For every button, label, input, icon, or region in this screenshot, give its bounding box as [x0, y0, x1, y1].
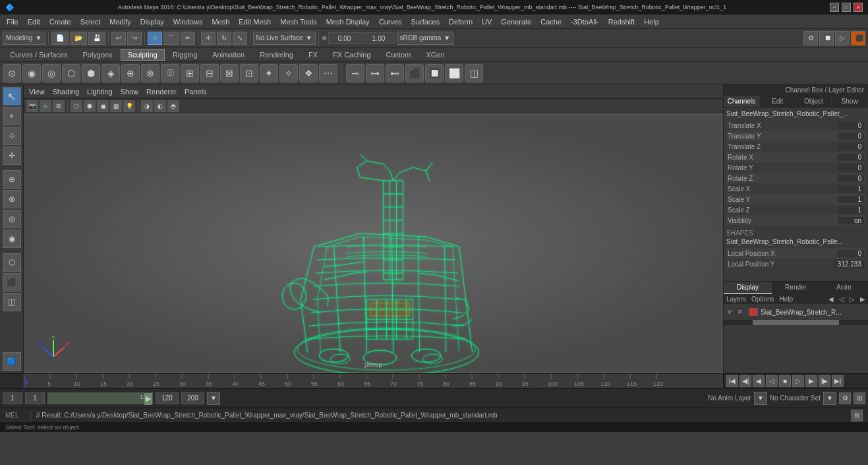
menu-edit-mesh[interactable]: Edit Mesh: [235, 16, 275, 27]
color-mode-dropdown[interactable]: sRGB gamma ▼: [397, 32, 454, 45]
select-tool-button[interactable]: ⊹: [148, 32, 162, 45]
sculpt-tool-12[interactable]: ⊠: [220, 64, 239, 82]
layer-btn-prev[interactable]: ◀: [828, 295, 834, 303]
render-settings-button[interactable]: ⚙: [803, 31, 818, 46]
menu-mesh[interactable]: Mesh: [208, 16, 233, 27]
vp-menu-renderer[interactable]: Renderer: [146, 88, 177, 96]
layer-menu-help[interactable]: Help: [779, 295, 793, 303]
layer-menu-options[interactable]: Options: [751, 295, 774, 303]
ch-sx-value[interactable]: 1: [838, 185, 864, 193]
sculpt-tool-13[interactable]: ⊡: [240, 64, 258, 82]
sculpt-tool-8[interactable]: ⊗: [141, 64, 159, 82]
open-button[interactable]: 📂: [70, 32, 87, 45]
menu-modify[interactable]: Modify: [105, 16, 134, 27]
cb-tab-edit[interactable]: Edit: [760, 96, 796, 107]
new-scene-button[interactable]: 📄: [51, 32, 69, 45]
vp-menu-show[interactable]: Show: [121, 88, 139, 96]
menu-file[interactable]: File: [3, 16, 22, 27]
layer-name-1[interactable]: Siat_BeeWrap_Stretch_R...: [761, 309, 842, 316]
menu-edit[interactable]: Edit: [24, 16, 44, 27]
paint-tool-lt[interactable]: ⌖: [3, 107, 21, 125]
display-lt-2[interactable]: ⬛: [3, 273, 21, 292]
sculpt-tool-15[interactable]: ✧: [279, 64, 298, 82]
live-surface-dropdown[interactable]: No Live Surface ▼: [253, 32, 316, 45]
display-lt-3[interactable]: ◫: [3, 293, 21, 311]
tab-sculpting[interactable]: Sculpting: [121, 49, 165, 61]
close-button[interactable]: ✕: [854, 3, 863, 12]
paint-select-button[interactable]: ✏: [181, 32, 195, 45]
sculpt-tool-16[interactable]: ❖: [299, 64, 318, 82]
coord-x-input[interactable]: 0.00: [328, 32, 361, 44]
frame-range-bar[interactable]: 120 ▶: [47, 392, 153, 404]
ch-sy-value[interactable]: 1: [838, 196, 864, 203]
sculpt-tool-1[interactable]: ⊙: [3, 64, 21, 82]
vt-wire[interactable]: ⬡: [71, 100, 82, 112]
pb-settings-btn[interactable]: ⚙: [839, 392, 851, 404]
select-tool-lt[interactable]: ↖: [3, 87, 21, 106]
pb-play-fwd[interactable]: ▷: [792, 375, 804, 387]
sculpt-tool-17[interactable]: ⋯: [319, 64, 337, 82]
transform-tool-lt[interactable]: ✛: [3, 146, 21, 165]
orient-tool-lt[interactable]: ◎: [3, 210, 21, 228]
ch-tz-value[interactable]: 0: [838, 143, 864, 150]
vt-flat[interactable]: ◼: [97, 100, 109, 112]
tab-xgen[interactable]: XGen: [419, 49, 451, 61]
layer-scrollbar-thumb[interactable]: [753, 320, 839, 325]
current-frame-input[interactable]: [3, 392, 22, 404]
display-lt-1[interactable]: ⬡: [3, 253, 21, 272]
vp-menu-view[interactable]: View: [29, 88, 45, 96]
sculpt-symmetry-3[interactable]: ⊷: [386, 64, 404, 82]
vp-menu-lighting[interactable]: Lighting: [87, 88, 113, 96]
layer-color-swatch[interactable]: [749, 308, 758, 316]
ch-ry-value[interactable]: 0: [838, 164, 864, 171]
pivot-tool-lt[interactable]: ⊗: [3, 190, 21, 208]
mode-dropdown[interactable]: Modeling ▼: [3, 32, 45, 45]
layer-menu-layers[interactable]: Layers: [726, 295, 746, 303]
undo-button[interactable]: ↩: [111, 32, 126, 45]
layer-tab-render[interactable]: Render: [772, 282, 820, 294]
vp-menu-shading[interactable]: Shading: [53, 88, 79, 96]
ch-ty-value[interactable]: 0: [838, 133, 864, 140]
menu-deform[interactable]: Deform: [445, 16, 477, 27]
tab-fx[interactable]: FX: [301, 49, 325, 61]
menu-cache[interactable]: Cache: [536, 16, 565, 27]
sculpt-tool-6[interactable]: ◈: [101, 64, 120, 82]
vt-shadow[interactable]: ◑: [141, 100, 153, 112]
tab-polygons[interactable]: Polygons: [75, 49, 119, 61]
snap-tool-lt[interactable]: ⊕: [3, 170, 21, 189]
layer-scrollbar-track[interactable]: [724, 320, 868, 325]
maximize-button[interactable]: □: [842, 3, 851, 12]
sculpt-tool-5[interactable]: ⬢: [82, 64, 100, 82]
pb-play-back[interactable]: ◁: [766, 375, 778, 387]
lasso-tool-lt[interactable]: ⊹: [3, 127, 21, 145]
vt-light[interactable]: 💡: [123, 100, 135, 112]
fps-dropdown[interactable]: ▼: [207, 392, 220, 405]
sculpt-symmetry-1[interactable]: ⊸: [346, 64, 364, 82]
menu-select[interactable]: Select: [76, 16, 105, 27]
ch-lpy-value[interactable]: 312.233: [835, 261, 864, 268]
vt-ssao[interactable]: ◓: [167, 100, 179, 112]
pb-step-fwd[interactable]: |▶: [819, 375, 830, 387]
ch-tx-value[interactable]: 0: [838, 122, 864, 129]
vt-grid[interactable]: ⊞: [53, 100, 65, 112]
cb-tab-channels[interactable]: Channels: [724, 96, 760, 107]
vt-tex[interactable]: ▦: [110, 100, 122, 112]
pb-step-back[interactable]: ◀|: [739, 375, 751, 387]
lasso-button[interactable]: ⌒: [163, 32, 179, 45]
sculpt-tool-3[interactable]: ◎: [42, 64, 61, 82]
menu-windows[interactable]: Windows: [169, 16, 207, 27]
ch-sz-value[interactable]: 1: [838, 206, 864, 214]
anim-layer-dropdown[interactable]: ▼: [754, 392, 767, 405]
end-frame-input[interactable]: [156, 392, 179, 404]
render-button[interactable]: ⬛: [851, 31, 865, 46]
ch-lpx-value[interactable]: 0: [838, 250, 864, 257]
ch-rz-value[interactable]: 0: [838, 175, 864, 182]
pb-goto-end[interactable]: ▶|: [832, 375, 844, 387]
sculpt-tool-9[interactable]: ⦾: [161, 64, 179, 82]
sculpt-tool-2[interactable]: ◉: [22, 64, 41, 82]
menu-uv[interactable]: UV: [478, 16, 496, 27]
ch-rx-value[interactable]: 0: [838, 154, 864, 161]
tab-fx-caching[interactable]: FX Caching: [326, 49, 378, 61]
cb-tab-show[interactable]: Show: [832, 96, 868, 107]
vt-camera[interactable]: 📷: [26, 100, 38, 112]
